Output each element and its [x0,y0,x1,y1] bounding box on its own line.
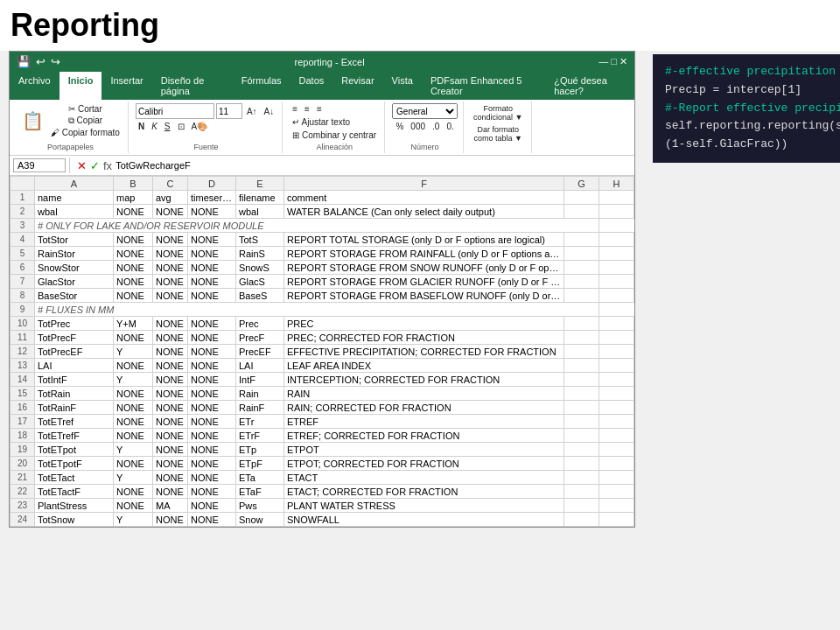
cell-g[interactable] [564,429,599,443]
cell-e[interactable]: wbal [236,205,284,219]
btn-border[interactable]: ⊡ [175,121,187,132]
cell-c[interactable]: NONE [153,233,188,247]
cell-c[interactable]: NONE [153,457,188,471]
cell-e[interactable]: ETpF [236,457,284,471]
cell-d[interactable]: NONE [188,331,236,345]
excel-redo-icon[interactable]: ↪ [51,55,60,68]
cell-e[interactable]: ETa [236,471,284,485]
cell-d[interactable]: NONE [188,443,236,457]
cell-a[interactable]: LAI [35,359,114,373]
row-num[interactable]: 13 [10,359,35,373]
cell-f[interactable]: PREC; CORRECTED FOR FRACTION [284,331,564,345]
cell-h[interactable] [599,359,634,373]
cell-g[interactable] [564,345,599,359]
col-header-a[interactable]: A [35,177,114,191]
cell-d[interactable]: NONE [188,373,236,387]
cell-e[interactable]: ETaF [236,485,284,499]
cell-b[interactable]: Y+M [114,317,153,331]
cell-a[interactable]: TotETrefF [35,429,114,443]
tab-archivo[interactable]: Archivo [10,72,60,100]
cell-a[interactable]: TotETact [35,471,114,485]
row-num[interactable]: 17 [10,415,35,429]
cell-b[interactable]: Y [114,373,153,387]
cell-c[interactable]: NONE [153,317,188,331]
cell-d[interactable]: NONE [188,499,236,513]
tab-vista[interactable]: Vista [383,72,422,100]
cell-b[interactable]: Y [114,471,153,485]
cell-c[interactable]: NONE [153,429,188,443]
cell-a[interactable]: TotPrecF [35,331,114,345]
tab-pdfsam[interactable]: PDFsam Enhanced 5 Creator [422,72,545,100]
cell-d[interactable]: NONE [188,261,236,275]
cell-e[interactable]: ETr [236,415,284,429]
cell-comment-merged[interactable]: # ONLY FOR LAKE AND/OR RESERVOIR MODULE [35,219,599,233]
cell-b[interactable]: NONE [114,429,153,443]
cell-f[interactable]: ETPOT; CORRECTED FOR FRACTION [284,457,564,471]
col-header-b[interactable]: B [114,177,153,191]
cell-h[interactable] [599,415,634,429]
confirm-formula-icon[interactable]: ✓ [90,159,100,172]
cell-c[interactable]: NONE [153,401,188,415]
btn-align-left[interactable]: ≡ [290,103,300,115]
cell-h[interactable] [599,513,634,527]
cell-c[interactable]: NONE [153,247,188,261]
tab-revisar[interactable]: Revisar [332,72,382,100]
row-num[interactable]: 10 [10,317,35,331]
cell-a[interactable]: RainStor [35,247,114,261]
cell-a[interactable]: TotETref [35,415,114,429]
cell-h[interactable] [599,401,634,415]
cell-a[interactable]: wbal [35,205,114,219]
cell-g[interactable] [564,275,599,289]
btn-fill-color[interactable]: A🎨 [189,121,211,132]
btn-conditional-format[interactable]: Formatocondicional ▼ [471,103,525,122]
cell-g[interactable] [564,415,599,429]
cell-g[interactable] [564,373,599,387]
cell-c[interactable]: NONE [153,373,188,387]
row-num[interactable]: 9 [10,303,35,317]
cell-f[interactable]: EFFECTIVE PRECIPITATION; CORRECTED FOR F… [284,345,564,359]
cell-g[interactable] [564,457,599,471]
row-num[interactable]: 8 [10,289,35,303]
col-header-h[interactable]: H [599,177,634,191]
cell-comment-merged[interactable]: # FLUXES IN MM [35,303,599,317]
cell-c[interactable]: NONE [153,471,188,485]
cell-h[interactable] [599,429,634,443]
cell-f[interactable]: comment [284,191,564,205]
cell-h[interactable] [599,457,634,471]
cell-c[interactable]: NONE [153,387,188,401]
cell-h[interactable] [599,275,634,289]
cell-f[interactable]: RAIN [284,387,564,401]
cell-d[interactable]: NONE [188,485,236,499]
cell-b[interactable]: NONE [114,289,153,303]
cell-h[interactable] [599,233,634,247]
cell-f[interactable]: REPORT STORAGE FROM BASEFLOW RUNOFF (onl… [284,289,564,303]
row-num[interactable]: 3 [10,219,35,233]
row-num[interactable]: 23 [10,499,35,513]
cell-a[interactable]: SnowStor [35,261,114,275]
cell-e[interactable]: filename [236,191,284,205]
cell-h[interactable] [599,261,634,275]
cell-d[interactable]: NONE [188,415,236,429]
cell-f[interactable]: REPORT STORAGE FROM RAINFALL (only D or … [284,247,564,261]
cell-g[interactable] [564,247,599,261]
cell-a[interactable]: TotETpot [35,443,114,457]
col-header-f[interactable]: F [284,177,564,191]
btn-align-right[interactable]: ≡ [314,103,325,115]
cell-f[interactable]: INTERCEPTION; CORRECTED FOR FRACTION [284,373,564,387]
cell-f[interactable]: ETPOT [284,443,564,457]
cell-e[interactable]: Pws [236,499,284,513]
cell-c[interactable]: avg [153,191,188,205]
cell-d[interactable]: NONE [188,359,236,373]
cell-f[interactable]: REPORT STORAGE FROM SNOW RUNOFF (only D … [284,261,564,275]
cell-h[interactable] [599,345,634,359]
cell-a[interactable]: TotIntF [35,373,114,387]
cell-e[interactable]: Rain [236,387,284,401]
cell-h[interactable] [599,443,634,457]
cell-h[interactable] [599,373,634,387]
cell-a[interactable]: TotRainF [35,401,114,415]
cell-d[interactable]: NONE [188,457,236,471]
cell-d[interactable]: NONE [188,233,236,247]
cell-f[interactable]: ETREF; CORRECTED FOR FRACTION [284,429,564,443]
cell-h[interactable] [599,289,634,303]
cell-c[interactable]: NONE [153,415,188,429]
